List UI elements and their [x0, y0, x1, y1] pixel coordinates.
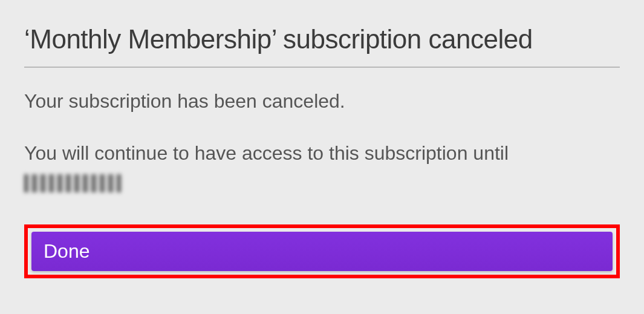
- done-button-highlight: Done: [24, 224, 620, 278]
- done-button[interactable]: Done: [31, 232, 613, 271]
- expiry-date-redacted: [24, 174, 121, 192]
- dialog-title: ‘Monthly Membership’ subscription cancel…: [24, 24, 620, 54]
- access-until-prefix: You will continue to have access to this…: [24, 142, 509, 164]
- access-until-text: You will continue to have access to this…: [24, 139, 620, 195]
- title-divider: [24, 67, 620, 68]
- cancel-confirmation-text: Your subscription has been canceled.: [24, 87, 620, 115]
